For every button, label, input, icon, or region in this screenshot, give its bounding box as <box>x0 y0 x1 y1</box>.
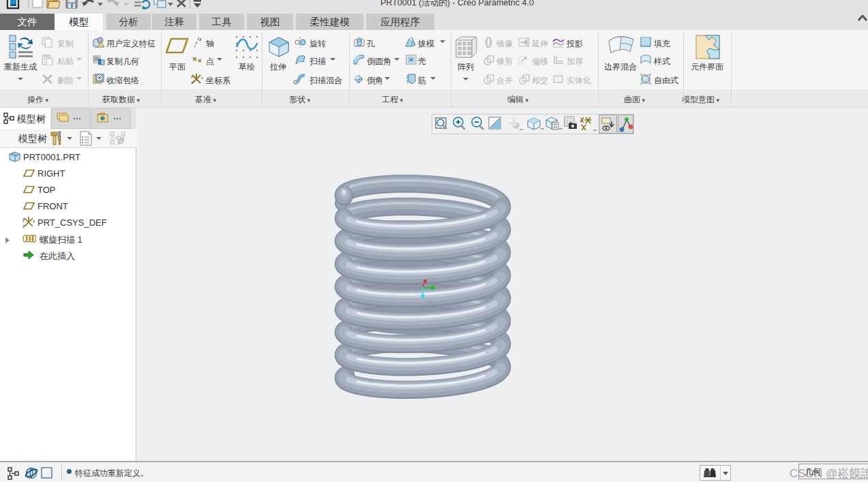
svg-text:z: z <box>23 224 25 228</box>
svg-text:x: x <box>201 76 203 80</box>
svg-text:y: y <box>191 74 193 78</box>
svg-text:z: z <box>191 80 193 85</box>
svg-text:y: y <box>23 217 25 222</box>
svg-text:x: x <box>33 219 35 224</box>
